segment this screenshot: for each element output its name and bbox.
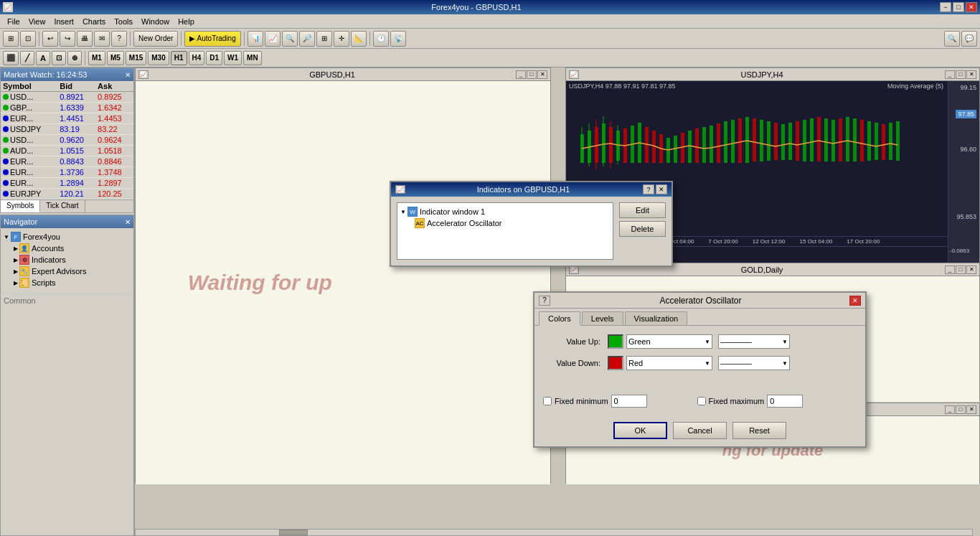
reset-btn[interactable]: Reset xyxy=(732,422,786,439)
tf-h4[interactable]: H4 xyxy=(189,51,205,65)
menu-insert[interactable]: Insert xyxy=(50,16,78,27)
chart-ibm-min-btn[interactable]: _ xyxy=(945,405,955,414)
zoom-in-btn[interactable]: 🔍 xyxy=(282,31,298,47)
chart-gold-close-btn[interactable]: ✕ xyxy=(966,265,976,274)
chart-ibm-close-btn[interactable]: ✕ xyxy=(966,405,976,414)
accel-close-btn[interactable]: ✕ xyxy=(849,296,861,306)
tab-symbols[interactable]: Symbols xyxy=(1,200,40,212)
menu-view[interactable]: View xyxy=(24,16,50,27)
maximize-btn[interactable]: □ xyxy=(953,2,964,12)
value-up-color-swatch[interactable] xyxy=(608,334,623,349)
delete-btn[interactable]: Delete xyxy=(619,221,666,237)
edit-btn[interactable]: Edit xyxy=(619,202,666,218)
time-btn[interactable]: 🕐 xyxy=(373,31,389,47)
ind-accel-item[interactable]: AC Accelerator Oscillator xyxy=(400,217,610,229)
value-down-color-dropdown[interactable]: Red ▼ xyxy=(626,356,712,370)
line-studies-btn[interactable]: 📐 xyxy=(351,31,367,47)
ok-btn[interactable]: OK xyxy=(613,422,667,439)
fixed-max-checkbox[interactable] xyxy=(697,397,706,405)
templates-btn[interactable]: ⊡ xyxy=(20,31,36,47)
print-btn[interactable]: 🖶 xyxy=(77,31,93,47)
nav-item-accounts[interactable]: ▶ 👤 Accounts xyxy=(4,243,131,254)
table-row[interactable]: EUR... 0.8843 0.8846 xyxy=(1,156,133,167)
tf-tools[interactable]: ⬛ xyxy=(3,51,19,65)
chat-btn[interactable]: 💬 xyxy=(961,31,977,47)
market-watch-close[interactable]: ✕ xyxy=(125,71,131,79)
new-chart-btn[interactable]: ⊞ xyxy=(3,31,19,47)
email-btn[interactable]: ✉ xyxy=(94,31,110,47)
menu-charts[interactable]: Charts xyxy=(78,16,110,27)
ind-dlg-close[interactable]: ✕ xyxy=(656,184,667,194)
table-row[interactable]: EUR... 1.4451 1.4453 xyxy=(1,113,133,124)
table-row[interactable]: GBP... 1.6339 1.6342 xyxy=(1,103,133,113)
value-up-line-dropdown[interactable]: ———— ▼ xyxy=(718,334,790,349)
new-order-btn[interactable]: New Order xyxy=(133,31,178,47)
accel-help-btn[interactable]: ? xyxy=(539,296,550,306)
table-row[interactable]: AUD... 1.0515 1.0518 xyxy=(1,146,133,156)
chart-gbp-close-btn[interactable]: ✕ xyxy=(537,70,547,79)
scrollbar-thumb[interactable] xyxy=(279,530,308,535)
minimize-btn[interactable]: − xyxy=(940,2,951,12)
table-row[interactable]: USD... 0.8921 0.8925 xyxy=(1,92,133,103)
table-row[interactable]: EUR... 1.3736 1.3748 xyxy=(1,167,133,178)
undo-btn[interactable]: ↩ xyxy=(42,31,58,47)
menu-window[interactable]: Window xyxy=(137,16,174,27)
zoom-out-btn[interactable]: 🔎 xyxy=(299,31,315,47)
tf-w1[interactable]: W1 xyxy=(224,51,242,65)
ind-dlg-help[interactable]: ? xyxy=(643,184,654,194)
search-btn[interactable]: 🔍 xyxy=(944,31,960,47)
tf-text[interactable]: A xyxy=(36,51,50,65)
value-down-color-swatch[interactable] xyxy=(608,356,623,370)
tf-m15[interactable]: M15 xyxy=(126,51,146,65)
charts-scrollbar[interactable] xyxy=(135,529,973,536)
faq-btn[interactable]: ? xyxy=(111,31,127,47)
tf-more[interactable]: ⊡ xyxy=(52,51,66,65)
fixed-max-input[interactable] xyxy=(767,395,803,408)
navigator-close[interactable]: ✕ xyxy=(125,218,131,226)
tf-m5[interactable]: M5 xyxy=(107,51,124,65)
close-btn[interactable]: ✕ xyxy=(966,2,977,12)
tf-line[interactable]: ╱ xyxy=(20,51,34,65)
nav-item-scripts[interactable]: ▶ 📜 Scripts xyxy=(4,277,131,288)
indicators-btn[interactable]: 📈 xyxy=(265,31,281,47)
menu-help[interactable]: Help xyxy=(174,16,199,27)
table-row[interactable]: EURJPY 120.21 120.25 xyxy=(1,189,133,199)
chart-gold-min-btn[interactable]: _ xyxy=(945,265,955,274)
value-up-color-dropdown[interactable]: Green ▼ xyxy=(626,334,712,349)
charts-btn[interactable]: 📊 xyxy=(248,31,263,47)
tf-mode[interactable]: ⊕ xyxy=(67,51,82,65)
chart-gold-max-btn[interactable]: □ xyxy=(956,265,966,274)
chart-ibm-max-btn[interactable]: □ xyxy=(956,405,966,414)
menu-tools[interactable]: Tools xyxy=(110,16,137,27)
tf-m1[interactable]: M1 xyxy=(88,51,105,65)
tf-d1[interactable]: D1 xyxy=(206,51,222,65)
tf-mn[interactable]: MN xyxy=(243,51,262,65)
tf-h1[interactable]: H1 xyxy=(171,51,187,65)
tab-levels[interactable]: Levels xyxy=(582,311,623,325)
fixed-min-checkbox[interactable] xyxy=(543,397,552,405)
redo-btn[interactable]: ↪ xyxy=(60,31,75,47)
chart-usdjpy-max-btn[interactable]: □ xyxy=(956,70,966,79)
tab-tick-chart[interactable]: Tick Chart xyxy=(40,200,85,212)
ind-window-1[interactable]: ▼ W Indicator window 1 xyxy=(400,206,610,217)
nav-root[interactable]: ▼ F Forex4you xyxy=(4,231,131,243)
value-down-line-dropdown[interactable]: ———— ▼ xyxy=(718,356,790,370)
tab-colors[interactable]: Colors xyxy=(539,311,580,326)
chart-gbp-max-btn[interactable]: □ xyxy=(527,70,537,79)
cancel-btn[interactable]: Cancel xyxy=(673,422,727,439)
table-row[interactable]: USDJPY 83.19 83.22 xyxy=(1,124,133,135)
fixed-min-input[interactable] xyxy=(611,395,647,408)
chart-usdjpy-min-btn[interactable]: _ xyxy=(945,70,955,79)
tf-m30[interactable]: M30 xyxy=(148,51,169,65)
chart-gbp-min-btn[interactable]: _ xyxy=(516,70,526,79)
nav-item-indicators[interactable]: ▶ ⚙ Indicators xyxy=(4,254,131,265)
scroll-btn[interactable]: ⊞ xyxy=(316,31,332,47)
tab-visualization[interactable]: Visualization xyxy=(625,311,688,325)
table-row[interactable]: USD... 0.9620 0.9624 xyxy=(1,135,133,146)
crosshair-btn[interactable]: ✛ xyxy=(334,31,349,47)
chart-usdjpy-close-btn[interactable]: ✕ xyxy=(966,70,976,79)
menu-file[interactable]: File xyxy=(3,16,24,27)
nav-item-experts[interactable]: ▶ 🔧 Expert Advisors xyxy=(4,265,131,277)
table-row[interactable]: EUR... 1.2894 1.2897 xyxy=(1,178,133,189)
signals-btn[interactable]: 📡 xyxy=(390,31,406,47)
